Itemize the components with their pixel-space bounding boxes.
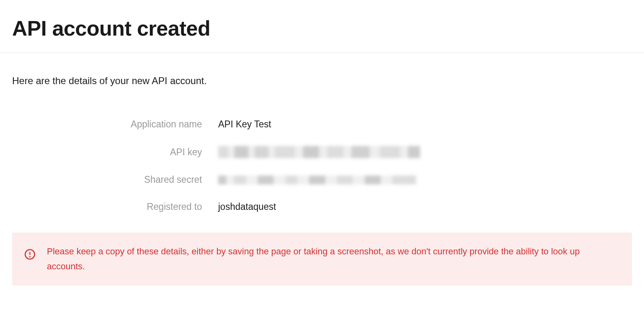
label-registered-to: Registered to <box>113 201 218 212</box>
detail-row-registered-to: Registered to joshdataquest <box>113 201 632 212</box>
value-registered-to: joshdataquest <box>218 201 276 212</box>
label-application-name: Application name <box>113 119 218 130</box>
page-content: Here are the details of your new API acc… <box>0 53 644 298</box>
details-table: Application name API Key Test API key Sh… <box>113 119 632 212</box>
detail-row-api-key: API key <box>113 146 632 158</box>
redacted-block <box>218 146 420 158</box>
page-title: API account created <box>12 16 632 40</box>
label-api-key: API key <box>113 147 218 158</box>
detail-row-shared-secret: Shared secret <box>113 174 632 185</box>
label-shared-secret: Shared secret <box>113 174 218 185</box>
intro-text: Here are the details of your new API acc… <box>12 75 632 87</box>
value-api-key-redacted <box>218 146 420 158</box>
value-shared-secret-redacted <box>218 176 416 184</box>
alert-circle-icon <box>24 249 36 262</box>
value-application-name: API Key Test <box>218 119 271 130</box>
warning-text: Please keep a copy of these details, eit… <box>47 244 620 274</box>
warning-box: Please keep a copy of these details, eit… <box>12 233 632 286</box>
detail-row-application-name: Application name API Key Test <box>113 119 632 130</box>
page-header: API account created <box>0 0 644 53</box>
redacted-block <box>218 176 416 184</box>
svg-point-2 <box>29 256 30 257</box>
